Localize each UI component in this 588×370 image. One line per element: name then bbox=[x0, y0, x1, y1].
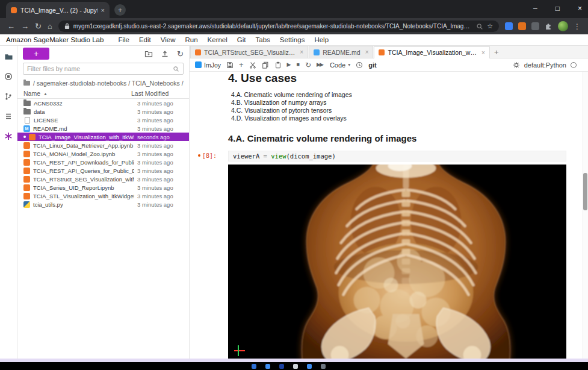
paste-icon[interactable] bbox=[274, 61, 282, 69]
upload-icon[interactable] bbox=[161, 49, 169, 58]
menu-file[interactable]: File bbox=[113, 36, 134, 43]
running-kernels-icon[interactable] bbox=[4, 72, 13, 81]
git-icon[interactable] bbox=[4, 92, 13, 101]
menu-git[interactable]: Git bbox=[232, 36, 251, 43]
git-toolbar-label[interactable]: git bbox=[368, 61, 376, 69]
url-text: mygm1cxegadknfj.studio.us-east-2.sagemak… bbox=[73, 23, 472, 30]
markdown-cell[interactable]: 4. Use cases 4.A. Cinematic volume rende… bbox=[190, 72, 582, 143]
file-row[interactable]: README.md3 minutes ago bbox=[17, 124, 189, 133]
itk-volume-viewer[interactable] bbox=[228, 165, 566, 359]
tab-close-icon[interactable]: × bbox=[300, 49, 303, 55]
menu-tabs[interactable]: Tabs bbox=[251, 36, 275, 43]
extension-icon-blue[interactable] bbox=[505, 22, 513, 30]
ct-volume-rendering[interactable] bbox=[228, 165, 566, 359]
filter-files-input[interactable] bbox=[27, 65, 170, 72]
add-tab-button[interactable]: + bbox=[491, 46, 503, 58]
cell-type-dropdown[interactable]: Code ▾ bbox=[330, 61, 350, 69]
scrollbar-thumb[interactable] bbox=[583, 173, 587, 210]
history-clock-icon[interactable] bbox=[356, 61, 363, 69]
menu-run[interactable]: Run bbox=[180, 36, 202, 43]
file-row[interactable]: TCIA_Series_UID_Report.ipynb3 minutes ag… bbox=[17, 183, 189, 192]
minimize-button[interactable]: – bbox=[533, 4, 537, 13]
tab-close-icon[interactable]: × bbox=[481, 49, 485, 56]
file-name: TCIA_REST_API_Downloads_for_Public_Datas… bbox=[33, 159, 134, 166]
column-last-modified[interactable]: Last Modified bbox=[131, 90, 183, 97]
file-icon bbox=[25, 117, 30, 124]
save-icon[interactable] bbox=[226, 61, 234, 69]
sort-asc-icon[interactable]: ▲ bbox=[43, 92, 48, 96]
taskbar-icon[interactable] bbox=[252, 364, 256, 369]
taskbar-icon[interactable] bbox=[293, 364, 298, 369]
file-row[interactable]: ACNS03323 minutes ago bbox=[17, 99, 189, 107]
file-row[interactable]: TCIA_MONAI_Model_Zoo.ipynb3 minutes ago bbox=[17, 149, 189, 158]
new-launcher-button[interactable]: + bbox=[23, 48, 49, 60]
code-cell[interactable]: [8]: viewerA = view(dicom_image) bbox=[190, 151, 582, 161]
code-editor[interactable]: viewerA = view(dicom_image) bbox=[228, 151, 566, 161]
table-of-contents-icon[interactable] bbox=[4, 111, 13, 121]
breadcrumb[interactable]: / sagemaker-studiolab-notebooks / TCIA_N… bbox=[17, 78, 189, 89]
new-tab-button[interactable]: + bbox=[114, 4, 126, 16]
browser-menu-icon[interactable]: ⋮ bbox=[574, 22, 581, 31]
insert-cell-icon[interactable]: + bbox=[239, 61, 244, 69]
extension-manager-icon[interactable] bbox=[4, 131, 13, 141]
file-row[interactable]: tcia_utils.py3 minutes ago bbox=[17, 200, 189, 209]
browser-tab[interactable]: TCIA_Image_V... (2) - JupyterLab × bbox=[6, 2, 110, 18]
breadcrumb-path[interactable]: / sagemaker-studiolab-notebooks / TCIA_N… bbox=[33, 80, 184, 87]
menu-view[interactable]: View bbox=[156, 36, 181, 43]
extension-icon-orange[interactable] bbox=[518, 22, 526, 30]
notebook-scrollbar[interactable] bbox=[583, 72, 588, 359]
tab-close-icon[interactable]: × bbox=[101, 7, 105, 14]
run-icon[interactable]: ▶ bbox=[287, 62, 291, 67]
column-name[interactable]: Name bbox=[23, 90, 40, 97]
tab-rtstruct-notebook[interactable]: TCIA_RTStruct_SEG_Visualiz… × bbox=[190, 46, 308, 58]
file-row[interactable]: TCIA_REST_API_Queries_for_Public_Dataset… bbox=[17, 166, 189, 175]
taskbar-icon[interactable] bbox=[307, 364, 312, 369]
file-row[interactable]: TCIA_Linux_Data_Retriever_App.ipynb3 min… bbox=[17, 141, 189, 149]
back-icon[interactable]: ← bbox=[7, 22, 15, 30]
profile-avatar[interactable] bbox=[558, 21, 568, 31]
notebook-icon bbox=[23, 184, 30, 191]
file-row[interactable]: LICENSE3 minutes ago bbox=[17, 116, 189, 124]
file-status-dot bbox=[23, 136, 26, 138]
taskbar-icon[interactable] bbox=[279, 364, 284, 369]
menu-help[interactable]: Help bbox=[309, 36, 333, 43]
notebook-content[interactable]: 4. Use cases 4.A. Cinematic volume rende… bbox=[190, 72, 582, 359]
refresh-icon[interactable]: ↻ bbox=[177, 50, 184, 58]
file-row[interactable]: TCIA_RTStruct_SEG_Visualization_with_itk… bbox=[17, 175, 189, 183]
tab-image-visualization[interactable]: TCIA_Image_Visualization_w… × bbox=[374, 46, 489, 58]
kernel-status-icon[interactable] bbox=[571, 62, 577, 68]
file-browser-icon[interactable] bbox=[4, 52, 13, 61]
reload-icon[interactable]: ↻ bbox=[35, 22, 42, 30]
puzzle-extensions-icon[interactable] bbox=[545, 22, 552, 30]
file-row-selected[interactable]: TCIA_Image_Visualization_with_itkWidgets… bbox=[17, 133, 189, 141]
menu-edit[interactable]: Edit bbox=[134, 36, 156, 43]
file-row[interactable]: data3 minutes ago bbox=[17, 107, 189, 116]
restart-kernel-icon[interactable]: ↻ bbox=[305, 61, 311, 69]
file-row[interactable]: TCIA_REST_API_Downloads_for_Public_Datas… bbox=[17, 158, 189, 166]
gear-icon[interactable] bbox=[513, 61, 520, 69]
file-modified: 3 minutes ago bbox=[137, 168, 187, 174]
maximize-button[interactable]: □ bbox=[556, 4, 560, 13]
tab-close-icon[interactable]: × bbox=[365, 49, 369, 55]
viewer-axes-crosshair[interactable] bbox=[234, 345, 245, 356]
menu-settings[interactable]: Settings bbox=[275, 36, 310, 43]
kernel-name[interactable]: default:Python bbox=[524, 61, 566, 69]
extension-icon-dark[interactable] bbox=[531, 22, 539, 30]
close-button[interactable]: × bbox=[578, 4, 582, 13]
stop-icon[interactable]: ■ bbox=[297, 62, 300, 67]
tab-readme[interactable]: README.md × bbox=[309, 46, 373, 58]
bookmark-star-icon[interactable]: ☆ bbox=[487, 22, 493, 30]
address-bar[interactable]: mygm1cxegadknfj.studio.us-east-2.sagemak… bbox=[58, 20, 499, 32]
cut-icon[interactable] bbox=[249, 61, 256, 69]
home-icon[interactable]: ⌂ bbox=[48, 22, 52, 30]
search-icon[interactable] bbox=[476, 23, 483, 30]
copy-icon[interactable] bbox=[262, 61, 269, 69]
menu-kernel[interactable]: Kernel bbox=[203, 36, 232, 43]
forward-icon[interactable]: → bbox=[21, 22, 29, 30]
run-all-icon[interactable]: ▶▶ bbox=[317, 62, 323, 67]
taskbar-icon[interactable] bbox=[265, 364, 270, 369]
imjoy-button[interactable]: ImJoy bbox=[195, 61, 221, 69]
new-folder-icon[interactable] bbox=[144, 49, 153, 58]
taskbar-icon[interactable] bbox=[321, 364, 326, 369]
file-row[interactable]: TCIA_STL_Visualization_with_itkWidgets.i… bbox=[17, 192, 189, 200]
